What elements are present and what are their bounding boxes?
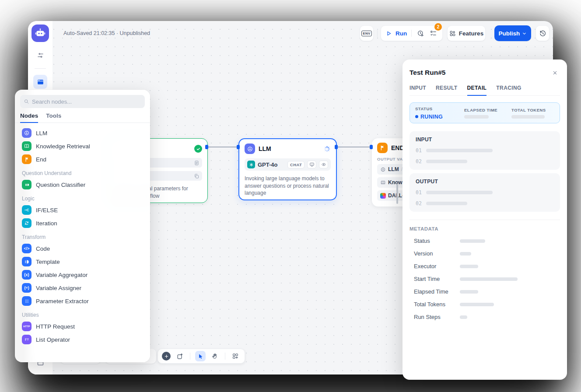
search-input[interactable]	[32, 98, 141, 105]
skeleton-bar	[460, 239, 485, 243]
copy-icon	[194, 173, 200, 179]
spinner-icon	[323, 145, 331, 153]
divider	[190, 353, 190, 360]
app-logo[interactable]	[32, 24, 49, 42]
llm-node-description: Invoking large language models to answer…	[245, 175, 331, 197]
book-icon	[22, 141, 32, 151]
loop-icon	[22, 218, 32, 228]
tab-tracing[interactable]: TRACING	[496, 85, 521, 95]
connection-handle[interactable]	[237, 145, 240, 149]
llm-icon	[245, 144, 255, 154]
features-icon	[449, 30, 456, 37]
run-label[interactable]: Run	[396, 30, 407, 37]
run-group: Run 2	[381, 25, 443, 41]
edge-start-to-llm	[208, 147, 238, 147]
node-item-http-request[interactable]: HTTP HTTP Request	[20, 320, 145, 333]
input-card: INPUT 01 02	[410, 131, 560, 170]
note-add-icon	[176, 353, 184, 360]
connection-handle[interactable]	[205, 145, 208, 149]
llm-node[interactable]: LLM GPT-4o CHAT Invoking large language …	[238, 138, 337, 200]
add-node-button[interactable]	[162, 352, 171, 360]
tab-nodes[interactable]: Nodes	[20, 112, 38, 123]
vision-eye-icon	[319, 161, 328, 168]
rail-workflow-button[interactable]	[33, 75, 47, 89]
metadata-row: Elapsed Time	[410, 288, 560, 295]
skeleton-bar	[460, 303, 494, 306]
node-item-if-else[interactable]: IF/ELSE	[20, 203, 145, 217]
monitor-icon	[307, 161, 316, 168]
template-icon	[22, 257, 32, 266]
node-item-knowledge-retrieval[interactable]: Knowledge Retrieval	[20, 140, 145, 153]
window-icon	[37, 78, 44, 86]
node-item-template[interactable]: Template	[20, 255, 145, 268]
book-icon	[380, 180, 386, 186]
section-label-transform: Transform	[20, 234, 145, 240]
connection-handle[interactable]	[335, 145, 338, 149]
skeleton-bar	[426, 160, 467, 163]
input-label: INPUT	[416, 136, 554, 143]
robot-icon	[35, 28, 46, 39]
canvas-scrollbar[interactable]	[396, 184, 398, 204]
skeleton-bar	[464, 115, 489, 119]
rail-settings-button[interactable]	[33, 48, 47, 62]
run-history-button[interactable]	[416, 28, 425, 38]
checklist-icon	[430, 30, 437, 37]
branch-icon	[22, 205, 32, 215]
skeleton-bar	[460, 265, 478, 268]
metadata-row: Status	[410, 238, 560, 244]
organize-nodes-button[interactable]	[230, 351, 241, 361]
cursor-icon	[197, 353, 204, 360]
flag-icon	[377, 143, 388, 153]
flag-icon	[22, 154, 32, 164]
node-item-iteration[interactable]: Iteration	[20, 217, 145, 230]
features-button[interactable]: Features	[447, 25, 486, 41]
connection-handle[interactable]	[370, 145, 373, 149]
node-item-list-operator[interactable]: List Operator	[20, 333, 145, 346]
metadata-row: Run Steps	[410, 314, 560, 320]
panel-title: Test Run#5	[410, 69, 445, 77]
version-history-button[interactable]	[536, 25, 550, 41]
hand-mode-button[interactable]	[210, 351, 220, 361]
tab-tools[interactable]: Tools	[46, 112, 61, 122]
section-label-utilities: Utilities	[20, 312, 145, 318]
status-value: RUNING	[415, 114, 464, 120]
variable-name: LLM	[388, 166, 399, 172]
line-number: 02	[416, 158, 422, 164]
llm-icon	[22, 128, 32, 138]
publish-button[interactable]: Publish	[494, 25, 531, 41]
dalle-icon	[380, 193, 386, 199]
test-run-panel: Test Run#5 INPUT RESULT DETAIL TRACING S…	[402, 60, 567, 380]
pointer-mode-button[interactable]	[195, 351, 206, 361]
add-note-button[interactable]	[175, 351, 185, 361]
skeleton-bar	[460, 315, 467, 319]
tab-detail[interactable]: DETAIL	[467, 85, 487, 96]
tab-result[interactable]: RESULT	[436, 85, 458, 95]
parameter-extractor-icon	[22, 296, 32, 306]
skeleton-bar	[426, 149, 493, 152]
search-box[interactable]	[20, 95, 145, 108]
model-selector[interactable]: GPT-4o CHAT	[245, 158, 331, 171]
node-item-question-classifier[interactable]: Question Classifier	[20, 178, 145, 191]
node-item-llm[interactable]: LLM	[20, 126, 145, 140]
node-item-parameter-extractor[interactable]: Parameter Extractor	[20, 294, 145, 308]
node-item-variable-assigner[interactable]: (=) Variable Assigner	[20, 281, 145, 294]
metadata-row: Version	[410, 250, 560, 257]
sliders-icon	[37, 52, 44, 59]
node-item-code[interactable]: </> Code	[20, 242, 145, 255]
chevron-down-icon	[522, 31, 527, 36]
output-label: OUTPUT	[416, 178, 554, 185]
checklist-button[interactable]: 2	[429, 28, 438, 38]
node-item-end[interactable]: End	[20, 153, 145, 166]
http-icon: HTTP	[22, 322, 32, 331]
section-label-logic: Logic	[20, 196, 145, 202]
code-icon: </>	[22, 244, 32, 253]
status-card: STATUS RUNING ELAPSED TIME TOTAL TOKENS	[410, 102, 560, 123]
metadata-row: Executor	[410, 263, 560, 270]
run-button[interactable]	[385, 28, 392, 38]
close-button[interactable]	[550, 67, 560, 78]
divider	[225, 353, 225, 360]
env-button[interactable]: ENV	[360, 25, 374, 41]
tab-input[interactable]: INPUT	[410, 85, 426, 95]
status-dot	[415, 115, 418, 118]
node-item-variable-aggregator[interactable]: {x} Variable Aggregator	[20, 268, 145, 281]
